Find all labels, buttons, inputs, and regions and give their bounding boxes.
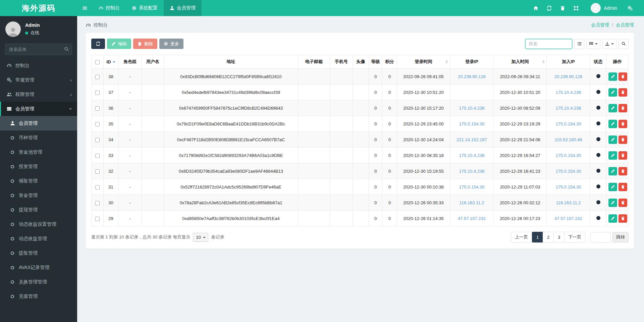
jump-button[interactable]: 跳转 bbox=[612, 232, 629, 243]
row-edit-button[interactable] bbox=[608, 136, 617, 144]
col-login-ip[interactable]: 登录IP bbox=[450, 55, 494, 69]
col-actions[interactable]: 操作 bbox=[606, 55, 629, 69]
sidebar-item[interactable]: 资金池管理 bbox=[0, 145, 77, 159]
row-checkbox[interactable] bbox=[95, 201, 100, 205]
row-edit-button[interactable] bbox=[608, 183, 617, 191]
col-role[interactable]: 角色组 bbox=[118, 55, 142, 69]
cell-join-ip[interactable]: 175.10.4.236 bbox=[547, 85, 590, 100]
cell-login-ip[interactable]: 221.14.152.187 bbox=[450, 132, 494, 148]
sidebar-item[interactable]: 权限管理‹ bbox=[0, 87, 77, 102]
row-checkbox[interactable] bbox=[95, 185, 100, 190]
cell-join-ip[interactable]: 175.0.154.30 bbox=[547, 116, 590, 132]
cell-join-ip[interactable]: 20.239.90.126 bbox=[547, 69, 590, 85]
trash-icon[interactable] bbox=[556, 6, 569, 11]
sidebar-item[interactable]: AVAX记录管理 bbox=[0, 260, 77, 275]
col-address[interactable]: 地址 bbox=[164, 55, 298, 69]
nav-item-dashboard[interactable]: 控制台 bbox=[93, 0, 126, 16]
row-edit-button[interactable] bbox=[608, 214, 617, 223]
row-checkbox[interactable] bbox=[95, 75, 100, 79]
settings-gears-icon[interactable] bbox=[623, 6, 637, 11]
cell-join-ip[interactable]: 175.0.154.30 bbox=[547, 163, 590, 179]
cell-login-ip[interactable]: 175.10.4.236 bbox=[450, 163, 494, 179]
row-delete-button[interactable] bbox=[619, 183, 627, 191]
prev-page-button[interactable]: 上一页 bbox=[511, 232, 532, 243]
sidebar-item[interactable]: 领取管理 bbox=[0, 174, 77, 188]
row-checkbox[interactable] bbox=[95, 154, 100, 158]
nav-item-system-config[interactable]: 系统配置 bbox=[126, 0, 164, 16]
refresh-icon[interactable] bbox=[542, 6, 556, 11]
col-id[interactable]: ID bbox=[104, 55, 118, 69]
sidebar-toggle-button[interactable] bbox=[77, 0, 93, 16]
row-delete-button[interactable] bbox=[619, 136, 627, 144]
row-delete-button[interactable] bbox=[619, 151, 627, 160]
cell-join-ip[interactable]: 175.0.154.30 bbox=[547, 148, 590, 163]
page-button[interactable]: 1 bbox=[532, 232, 543, 243]
cell-login-ip[interactable]: 175.10.4.236 bbox=[450, 148, 494, 163]
sidebar-item[interactable]: 资金管理 bbox=[0, 188, 77, 203]
select-all-checkbox[interactable] bbox=[95, 60, 100, 64]
col-points[interactable]: 积分 bbox=[382, 55, 397, 69]
cell-join-ip[interactable]: 175.0.154.30 bbox=[547, 179, 590, 195]
brand-logo[interactable]: 海外源码 bbox=[0, 0, 77, 16]
row-edit-button[interactable] bbox=[608, 167, 617, 175]
col-status[interactable]: 状态 bbox=[590, 55, 606, 69]
cell-join-ip[interactable]: 116.163.11.2 bbox=[547, 195, 590, 211]
edit-button[interactable]: 编辑 bbox=[107, 39, 131, 49]
row-delete-button[interactable] bbox=[619, 72, 627, 81]
page-button[interactable]: 3 bbox=[553, 232, 565, 243]
cell-login-ip[interactable]: 20.239.90.126 bbox=[450, 69, 494, 85]
row-edit-button[interactable] bbox=[608, 104, 617, 112]
page-size-select[interactable]: 10 bbox=[193, 233, 208, 242]
col-login-time[interactable]: 登录时间 bbox=[397, 55, 450, 69]
delete-button[interactable]: 删除 bbox=[133, 39, 157, 49]
col-email[interactable]: 电子邮箱 bbox=[298, 55, 330, 69]
cell-login-ip[interactable] bbox=[450, 85, 494, 100]
row-checkbox[interactable] bbox=[95, 122, 100, 126]
sidebar-item[interactable]: 动态收益设置管理 bbox=[0, 217, 77, 231]
columns-dropdown-button[interactable] bbox=[586, 39, 600, 49]
select-all-header[interactable] bbox=[92, 55, 104, 69]
row-edit-button[interactable] bbox=[608, 88, 617, 97]
cell-login-ip[interactable]: 175.10.4.236 bbox=[450, 100, 494, 116]
cell-login-ip[interactable]: 175.0.154.30 bbox=[450, 179, 494, 195]
toggle-view-button[interactable] bbox=[574, 39, 584, 49]
row-checkbox[interactable] bbox=[95, 169, 100, 174]
row-edit-button[interactable] bbox=[608, 199, 617, 207]
cell-login-ip[interactable]: 116.163.11.2 bbox=[450, 195, 494, 211]
table-search-input[interactable] bbox=[525, 39, 572, 49]
fullscreen-icon[interactable] bbox=[569, 6, 583, 11]
sidebar-item[interactable]: 常规管理‹ bbox=[0, 73, 77, 87]
row-checkbox[interactable] bbox=[95, 106, 100, 111]
sidebar-search-input[interactable] bbox=[5, 44, 72, 55]
row-delete-button[interactable] bbox=[619, 199, 627, 207]
user-menu[interactable]: Admin bbox=[591, 3, 617, 13]
breadcrumb-link[interactable]: 会员管理 bbox=[616, 22, 634, 28]
col-level[interactable]: 等级 bbox=[369, 55, 382, 69]
sidebar-item[interactable]: 充值管理 bbox=[0, 289, 77, 304]
row-delete-button[interactable] bbox=[619, 104, 627, 112]
row-edit-button[interactable] bbox=[608, 72, 617, 81]
row-checkbox[interactable] bbox=[95, 138, 100, 142]
cell-login-ip[interactable]: 175.0.154.30 bbox=[450, 116, 494, 132]
sidebar-item[interactable]: 投资管理 bbox=[0, 159, 77, 174]
jump-page-input[interactable] bbox=[590, 232, 611, 243]
sidebar-item[interactable]: 会员管理 bbox=[0, 116, 77, 130]
col-username[interactable]: 用户名 bbox=[142, 55, 164, 69]
cell-join-ip[interactable]: 47.57.157.232 bbox=[547, 211, 590, 226]
nav-item-members[interactable]: 会员管理 bbox=[164, 0, 202, 16]
sidebar-item[interactable]: 币种管理 bbox=[0, 130, 77, 145]
refresh-button[interactable] bbox=[91, 39, 105, 49]
home-icon[interactable] bbox=[529, 6, 542, 11]
cell-login-ip[interactable]: 47.57.157.232 bbox=[450, 211, 494, 226]
row-edit-button[interactable] bbox=[608, 151, 617, 160]
more-button[interactable]: 更多 bbox=[159, 39, 183, 49]
sidebar-item[interactable]: 提现管理 bbox=[0, 203, 77, 217]
row-checkbox[interactable] bbox=[95, 91, 100, 95]
sidebar-item[interactable]: 会员管理› bbox=[0, 102, 77, 116]
sidebar-item[interactable]: 提取管理 bbox=[0, 246, 77, 260]
col-join-ip[interactable]: 加入IP bbox=[547, 55, 590, 69]
page-button[interactable]: 2 bbox=[543, 232, 554, 243]
sidebar-item[interactable]: 兑换管理管理 bbox=[0, 275, 77, 289]
row-delete-button[interactable] bbox=[619, 167, 627, 175]
breadcrumb-link[interactable]: 会员管理 bbox=[591, 22, 609, 28]
